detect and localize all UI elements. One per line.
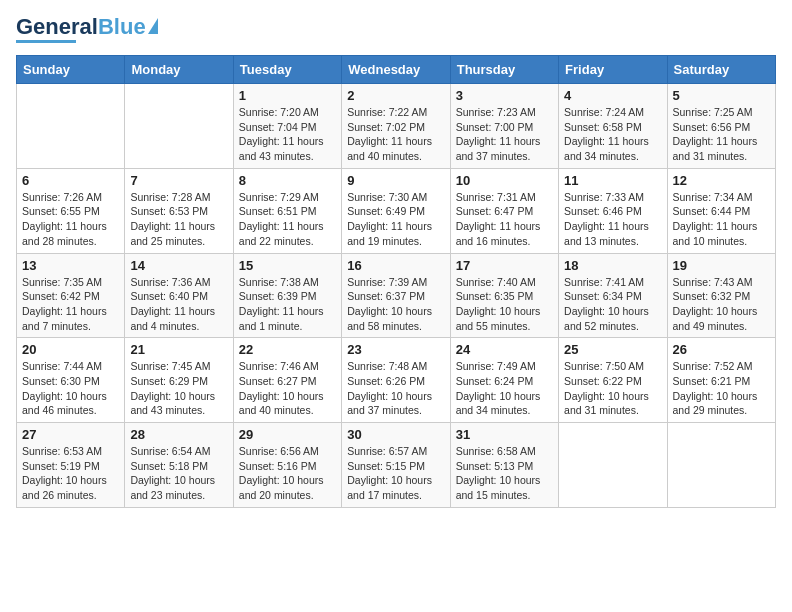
calendar-cell: 10Sunrise: 7:31 AM Sunset: 6:47 PM Dayli… — [450, 168, 558, 253]
calendar-header-row: SundayMondayTuesdayWednesdayThursdayFrid… — [17, 56, 776, 84]
day-number: 9 — [347, 173, 444, 188]
calendar-cell: 15Sunrise: 7:38 AM Sunset: 6:39 PM Dayli… — [233, 253, 341, 338]
day-info: Sunrise: 7:41 AM Sunset: 6:34 PM Dayligh… — [564, 275, 661, 334]
calendar-cell: 9Sunrise: 7:30 AM Sunset: 6:49 PM Daylig… — [342, 168, 450, 253]
day-info: Sunrise: 7:30 AM Sunset: 6:49 PM Dayligh… — [347, 190, 444, 249]
column-header-sunday: Sunday — [17, 56, 125, 84]
day-number: 28 — [130, 427, 227, 442]
calendar-cell: 8Sunrise: 7:29 AM Sunset: 6:51 PM Daylig… — [233, 168, 341, 253]
calendar-cell: 1Sunrise: 7:20 AM Sunset: 7:04 PM Daylig… — [233, 84, 341, 169]
logo-underline — [16, 40, 76, 43]
week-row-4: 27Sunrise: 6:53 AM Sunset: 5:19 PM Dayli… — [17, 423, 776, 508]
calendar-cell: 25Sunrise: 7:50 AM Sunset: 6:22 PM Dayli… — [559, 338, 667, 423]
day-info: Sunrise: 7:29 AM Sunset: 6:51 PM Dayligh… — [239, 190, 336, 249]
day-info: Sunrise: 7:31 AM Sunset: 6:47 PM Dayligh… — [456, 190, 553, 249]
day-info: Sunrise: 6:58 AM Sunset: 5:13 PM Dayligh… — [456, 444, 553, 503]
day-number: 18 — [564, 258, 661, 273]
calendar-cell: 5Sunrise: 7:25 AM Sunset: 6:56 PM Daylig… — [667, 84, 775, 169]
calendar-cell: 29Sunrise: 6:56 AM Sunset: 5:16 PM Dayli… — [233, 423, 341, 508]
day-number: 30 — [347, 427, 444, 442]
logo: GeneralBlue — [16, 16, 158, 43]
day-number: 1 — [239, 88, 336, 103]
calendar-cell — [559, 423, 667, 508]
day-info: Sunrise: 7:26 AM Sunset: 6:55 PM Dayligh… — [22, 190, 119, 249]
day-number: 2 — [347, 88, 444, 103]
week-row-3: 20Sunrise: 7:44 AM Sunset: 6:30 PM Dayli… — [17, 338, 776, 423]
day-number: 16 — [347, 258, 444, 273]
logo-triangle-icon — [148, 18, 158, 34]
calendar-cell: 24Sunrise: 7:49 AM Sunset: 6:24 PM Dayli… — [450, 338, 558, 423]
calendar-cell: 26Sunrise: 7:52 AM Sunset: 6:21 PM Dayli… — [667, 338, 775, 423]
header: GeneralBlue — [16, 16, 776, 43]
day-number: 24 — [456, 342, 553, 357]
day-number: 22 — [239, 342, 336, 357]
day-info: Sunrise: 7:33 AM Sunset: 6:46 PM Dayligh… — [564, 190, 661, 249]
calendar-cell: 2Sunrise: 7:22 AM Sunset: 7:02 PM Daylig… — [342, 84, 450, 169]
calendar-cell — [125, 84, 233, 169]
day-number: 5 — [673, 88, 770, 103]
day-info: Sunrise: 7:50 AM Sunset: 6:22 PM Dayligh… — [564, 359, 661, 418]
day-info: Sunrise: 7:46 AM Sunset: 6:27 PM Dayligh… — [239, 359, 336, 418]
day-info: Sunrise: 7:45 AM Sunset: 6:29 PM Dayligh… — [130, 359, 227, 418]
day-number: 17 — [456, 258, 553, 273]
calendar-cell: 21Sunrise: 7:45 AM Sunset: 6:29 PM Dayli… — [125, 338, 233, 423]
day-info: Sunrise: 7:34 AM Sunset: 6:44 PM Dayligh… — [673, 190, 770, 249]
day-number: 6 — [22, 173, 119, 188]
day-info: Sunrise: 7:49 AM Sunset: 6:24 PM Dayligh… — [456, 359, 553, 418]
column-header-friday: Friday — [559, 56, 667, 84]
day-number: 26 — [673, 342, 770, 357]
calendar-cell: 28Sunrise: 6:54 AM Sunset: 5:18 PM Dayli… — [125, 423, 233, 508]
calendar-cell: 13Sunrise: 7:35 AM Sunset: 6:42 PM Dayli… — [17, 253, 125, 338]
calendar-cell: 22Sunrise: 7:46 AM Sunset: 6:27 PM Dayli… — [233, 338, 341, 423]
calendar-cell: 31Sunrise: 6:58 AM Sunset: 5:13 PM Dayli… — [450, 423, 558, 508]
calendar-cell — [667, 423, 775, 508]
calendar-cell: 17Sunrise: 7:40 AM Sunset: 6:35 PM Dayli… — [450, 253, 558, 338]
week-row-1: 6Sunrise: 7:26 AM Sunset: 6:55 PM Daylig… — [17, 168, 776, 253]
day-info: Sunrise: 7:35 AM Sunset: 6:42 PM Dayligh… — [22, 275, 119, 334]
day-info: Sunrise: 7:44 AM Sunset: 6:30 PM Dayligh… — [22, 359, 119, 418]
calendar-cell: 11Sunrise: 7:33 AM Sunset: 6:46 PM Dayli… — [559, 168, 667, 253]
day-info: Sunrise: 7:36 AM Sunset: 6:40 PM Dayligh… — [130, 275, 227, 334]
calendar-cell — [17, 84, 125, 169]
calendar-table: SundayMondayTuesdayWednesdayThursdayFrid… — [16, 55, 776, 508]
day-info: Sunrise: 7:23 AM Sunset: 7:00 PM Dayligh… — [456, 105, 553, 164]
column-header-monday: Monday — [125, 56, 233, 84]
day-info: Sunrise: 7:48 AM Sunset: 6:26 PM Dayligh… — [347, 359, 444, 418]
day-number: 13 — [22, 258, 119, 273]
column-header-thursday: Thursday — [450, 56, 558, 84]
day-info: Sunrise: 6:57 AM Sunset: 5:15 PM Dayligh… — [347, 444, 444, 503]
day-number: 15 — [239, 258, 336, 273]
day-number: 4 — [564, 88, 661, 103]
day-info: Sunrise: 7:40 AM Sunset: 6:35 PM Dayligh… — [456, 275, 553, 334]
calendar-cell: 3Sunrise: 7:23 AM Sunset: 7:00 PM Daylig… — [450, 84, 558, 169]
day-number: 3 — [456, 88, 553, 103]
day-info: Sunrise: 7:24 AM Sunset: 6:58 PM Dayligh… — [564, 105, 661, 164]
day-number: 23 — [347, 342, 444, 357]
day-info: Sunrise: 7:38 AM Sunset: 6:39 PM Dayligh… — [239, 275, 336, 334]
day-info: Sunrise: 7:25 AM Sunset: 6:56 PM Dayligh… — [673, 105, 770, 164]
day-number: 19 — [673, 258, 770, 273]
calendar-cell: 23Sunrise: 7:48 AM Sunset: 6:26 PM Dayli… — [342, 338, 450, 423]
calendar-cell: 18Sunrise: 7:41 AM Sunset: 6:34 PM Dayli… — [559, 253, 667, 338]
calendar-cell: 19Sunrise: 7:43 AM Sunset: 6:32 PM Dayli… — [667, 253, 775, 338]
day-number: 8 — [239, 173, 336, 188]
column-header-tuesday: Tuesday — [233, 56, 341, 84]
day-info: Sunrise: 7:20 AM Sunset: 7:04 PM Dayligh… — [239, 105, 336, 164]
day-info: Sunrise: 7:22 AM Sunset: 7:02 PM Dayligh… — [347, 105, 444, 164]
day-info: Sunrise: 6:53 AM Sunset: 5:19 PM Dayligh… — [22, 444, 119, 503]
day-info: Sunrise: 6:56 AM Sunset: 5:16 PM Dayligh… — [239, 444, 336, 503]
calendar-cell: 7Sunrise: 7:28 AM Sunset: 6:53 PM Daylig… — [125, 168, 233, 253]
day-number: 27 — [22, 427, 119, 442]
day-info: Sunrise: 7:28 AM Sunset: 6:53 PM Dayligh… — [130, 190, 227, 249]
day-info: Sunrise: 6:54 AM Sunset: 5:18 PM Dayligh… — [130, 444, 227, 503]
day-number: 31 — [456, 427, 553, 442]
day-number: 25 — [564, 342, 661, 357]
day-info: Sunrise: 7:43 AM Sunset: 6:32 PM Dayligh… — [673, 275, 770, 334]
calendar-cell: 20Sunrise: 7:44 AM Sunset: 6:30 PM Dayli… — [17, 338, 125, 423]
day-info: Sunrise: 7:52 AM Sunset: 6:21 PM Dayligh… — [673, 359, 770, 418]
day-number: 20 — [22, 342, 119, 357]
day-number: 14 — [130, 258, 227, 273]
column-header-saturday: Saturday — [667, 56, 775, 84]
day-info: Sunrise: 7:39 AM Sunset: 6:37 PM Dayligh… — [347, 275, 444, 334]
column-header-wednesday: Wednesday — [342, 56, 450, 84]
